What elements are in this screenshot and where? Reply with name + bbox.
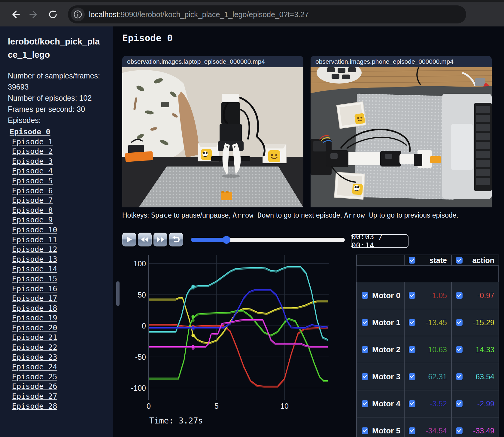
motor-checkbox[interactable] (362, 292, 368, 299)
motor-action-value: -2.99 (477, 399, 494, 408)
back-icon[interactable] (9, 8, 21, 20)
main-scrollbar-thumb[interactable] (116, 281, 120, 306)
episode-link-28[interactable]: Episode 28 (12, 402, 113, 411)
svg-text:5: 5 (214, 402, 219, 410)
motor-label-cell: Motor 2 (357, 336, 404, 363)
episode-link-19[interactable]: Episode 19 (12, 313, 113, 323)
episode-link-9[interactable]: Episode 9 (12, 215, 113, 225)
motor-label: Motor 0 (372, 291, 400, 300)
episode-link-1[interactable]: Episode 1 (12, 137, 113, 147)
episode-link-0[interactable]: Episode 0 (10, 127, 113, 137)
episode-link-12[interactable]: Episode 12 (12, 245, 113, 255)
episode-link-24[interactable]: Episode 24 (12, 362, 113, 372)
url-text: localhost:9090/lerobot/koch_pick_place_1… (89, 10, 309, 19)
motor-state-value: -1.05 (430, 291, 447, 300)
slider-fill (191, 238, 226, 242)
state-column-checkbox[interactable] (409, 257, 415, 264)
episode-link-23[interactable]: Episode 23 (12, 353, 113, 362)
episode-link-27[interactable]: Episode 27 (12, 392, 113, 402)
hotkey-text: to go to previous episode. (377, 211, 458, 219)
episode-link-17[interactable]: Episode 17 (12, 294, 113, 304)
episode-link-11[interactable]: Episode 11 (12, 235, 113, 245)
episode-link-16[interactable]: Episode 16 (12, 284, 113, 294)
stat-samples: Number of samples/frames: 39693 (8, 70, 102, 93)
motor-action-checkbox[interactable] (456, 346, 463, 353)
motor-state-cell: -3.52 (404, 390, 451, 417)
laptop-video[interactable] (122, 67, 303, 207)
motor-chart[interactable]: 100500-50-1000510 (123, 252, 333, 425)
motor-action-checkbox[interactable] (456, 319, 463, 326)
episode-link-21[interactable]: Episode 21 (12, 333, 113, 343)
motor-checkbox[interactable] (362, 373, 368, 380)
url-bar[interactable]: localhost:9090/lerobot/koch_pick_place_1… (68, 5, 466, 23)
episode-link-4[interactable]: Episode 4 (12, 166, 113, 176)
episode-link-18[interactable]: Episode 18 (12, 304, 113, 313)
svg-text:100: 100 (133, 259, 146, 268)
motor-state-value: -3.52 (430, 399, 447, 408)
episode-link-15[interactable]: Episode 15 (12, 274, 113, 284)
state-header-label: state (430, 256, 447, 265)
dataset-title: lerobot/koch_pick_place_1_lego (8, 35, 103, 61)
motor-state-checkbox[interactable] (409, 319, 415, 326)
play-button[interactable] (122, 233, 136, 246)
video-card-phone: observation.images.phone_episode_000000.… (311, 56, 492, 207)
motor-checkbox[interactable] (362, 427, 368, 434)
episode-link-14[interactable]: Episode 14 (12, 264, 113, 274)
phone-video[interactable] (311, 67, 492, 207)
rewind-button[interactable] (138, 233, 152, 246)
motor-state-checkbox[interactable] (409, 346, 415, 353)
motor-label-cell: Motor 4 (357, 390, 404, 417)
episode-link-2[interactable]: Episode 2 (12, 147, 113, 157)
video-title-phone: observation.images.phone_episode_000000.… (311, 56, 492, 67)
motor-action-cell: -15.29 (451, 309, 499, 336)
motor-state-checkbox[interactable] (409, 373, 415, 380)
episode-link-10[interactable]: Episode 10 (12, 225, 113, 235)
episode-link-5[interactable]: Episode 5 (12, 176, 113, 186)
motor-state-value: -13.45 (426, 318, 447, 327)
motor-action-cell: -2.99 (451, 390, 499, 417)
motor-action-checkbox[interactable] (456, 292, 463, 299)
episode-link-13[interactable]: Episode 13 (12, 255, 113, 264)
hotkey-text: to pause/unpause, (172, 211, 232, 219)
video-card-laptop: observation.images.laptop_episode_000000… (122, 56, 303, 207)
svg-text:0: 0 (142, 322, 146, 330)
motor-action-cell: 14.33 (451, 336, 499, 363)
forward-icon[interactable] (28, 8, 40, 20)
svg-text:50: 50 (138, 291, 146, 299)
table-corner-cell (357, 255, 404, 266)
motor-table: state action Motor 0 -1.05 -0.97 Motor 1… (356, 255, 499, 437)
episode-link-20[interactable]: Episode 20 (12, 323, 113, 333)
site-info-icon[interactable] (71, 8, 85, 21)
motor-action-checkbox[interactable] (456, 400, 463, 407)
loop-button[interactable] (169, 233, 183, 246)
episode-link-22[interactable]: Episode 22 (12, 343, 113, 353)
motor-state-checkbox[interactable] (409, 400, 415, 407)
episode-link-25[interactable]: Episode 25 (12, 372, 113, 382)
episode-link-6[interactable]: Episode 6 (12, 186, 113, 196)
hotkey-key: Arrow Up (344, 211, 377, 219)
episode-link-3[interactable]: Episode 3 (12, 157, 113, 167)
browser-toolbar: localhost:9090/lerobot/koch_pick_place_1… (0, 0, 504, 26)
stat-fps: Frames per second: 30 (8, 104, 102, 115)
slider-thumb[interactable] (223, 236, 230, 244)
fast-forward-button[interactable] (153, 233, 167, 246)
action-column-checkbox[interactable] (456, 257, 463, 264)
motor-label: Motor 4 (372, 399, 400, 408)
episode-link-26[interactable]: Episode 26 (12, 382, 113, 392)
reload-icon[interactable] (47, 8, 59, 20)
motor-action-checkbox[interactable] (456, 373, 463, 380)
motor-action-value: -33.49 (473, 426, 494, 435)
motor-checkbox[interactable] (362, 319, 368, 326)
motor-action-checkbox[interactable] (456, 427, 463, 434)
motor-label-cell: Motor 3 (357, 363, 404, 390)
episode-link-8[interactable]: Episode 8 (12, 206, 113, 215)
episode-link-7[interactable]: Episode 7 (12, 196, 113, 206)
motor-state-value: 62.31 (428, 372, 447, 381)
motor-state-checkbox[interactable] (409, 292, 415, 299)
motor-checkbox[interactable] (362, 346, 368, 353)
hotkeys-help: Hotkeys: Space to pause/unpause, Arrow D… (122, 211, 458, 219)
video-seek-slider[interactable] (191, 238, 345, 242)
motor-state-checkbox[interactable] (409, 427, 415, 434)
motor-checkbox[interactable] (362, 400, 368, 407)
state-header-cell: state (404, 255, 451, 266)
